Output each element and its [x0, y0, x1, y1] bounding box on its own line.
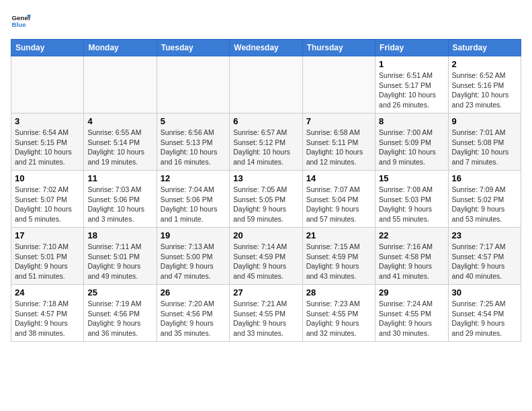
- day-cell: 13Sunrise: 7:05 AM Sunset: 5:05 PM Dayli…: [230, 171, 302, 228]
- day-cell: 23Sunrise: 7:17 AM Sunset: 4:57 PM Dayli…: [448, 228, 521, 285]
- day-info: Sunrise: 6:56 AM Sunset: 5:13 PM Dayligh…: [161, 128, 226, 167]
- day-cell: 27Sunrise: 7:21 AM Sunset: 4:55 PM Dayli…: [230, 285, 302, 342]
- day-number: 26: [161, 287, 226, 298]
- day-info: Sunrise: 7:09 AM Sunset: 5:02 PM Dayligh…: [452, 185, 517, 224]
- day-cell: 3Sunrise: 6:54 AM Sunset: 5:15 PM Daylig…: [11, 113, 84, 171]
- day-info: Sunrise: 7:11 AM Sunset: 5:01 PM Dayligh…: [87, 242, 152, 281]
- day-info: Sunrise: 6:51 AM Sunset: 5:17 PM Dayligh…: [379, 71, 444, 110]
- day-cell: [84, 56, 157, 113]
- day-cell: 30Sunrise: 7:25 AM Sunset: 4:54 PM Dayli…: [448, 285, 521, 342]
- day-cell: [302, 56, 375, 113]
- day-info: Sunrise: 7:02 AM Sunset: 5:07 PM Dayligh…: [15, 185, 80, 224]
- day-number: 11: [87, 173, 152, 183]
- logo-icon: General Blue: [11, 11, 31, 31]
- day-info: Sunrise: 7:19 AM Sunset: 4:56 PM Dayligh…: [87, 299, 152, 338]
- day-info: Sunrise: 7:04 AM Sunset: 5:06 PM Dayligh…: [161, 185, 226, 224]
- day-number: 27: [233, 287, 298, 298]
- day-info: Sunrise: 7:24 AM Sunset: 4:55 PM Dayligh…: [379, 299, 444, 338]
- weekday-header-tuesday: Tuesday: [157, 40, 229, 56]
- day-number: 19: [161, 230, 226, 240]
- day-info: Sunrise: 7:18 AM Sunset: 4:57 PM Dayligh…: [15, 299, 80, 338]
- day-info: Sunrise: 7:21 AM Sunset: 4:55 PM Dayligh…: [233, 299, 298, 338]
- day-number: 5: [161, 116, 226, 126]
- day-number: 6: [233, 116, 298, 126]
- day-cell: 2Sunrise: 6:52 AM Sunset: 5:16 PM Daylig…: [448, 56, 521, 113]
- calendar: SundayMondayTuesdayWednesdayThursdayFrid…: [11, 39, 521, 342]
- day-number: 7: [306, 116, 371, 126]
- day-number: 17: [15, 230, 80, 240]
- day-cell: 22Sunrise: 7:16 AM Sunset: 4:58 PM Dayli…: [375, 228, 448, 285]
- logo: General Blue: [11, 11, 31, 31]
- day-number: 9: [452, 116, 517, 126]
- weekday-header-saturday: Saturday: [448, 40, 521, 56]
- day-info: Sunrise: 7:10 AM Sunset: 5:01 PM Dayligh…: [15, 242, 80, 281]
- weekday-header-wednesday: Wednesday: [230, 40, 302, 56]
- day-number: 23: [452, 230, 517, 240]
- weekday-header-thursday: Thursday: [302, 40, 375, 56]
- day-info: Sunrise: 7:20 AM Sunset: 4:56 PM Dayligh…: [161, 299, 226, 338]
- day-info: Sunrise: 7:13 AM Sunset: 5:00 PM Dayligh…: [161, 242, 226, 281]
- weekday-header-sunday: Sunday: [11, 40, 84, 56]
- day-number: 21: [306, 230, 371, 240]
- day-info: Sunrise: 7:17 AM Sunset: 4:57 PM Dayligh…: [452, 242, 517, 281]
- day-info: Sunrise: 6:57 AM Sunset: 5:12 PM Dayligh…: [233, 128, 298, 167]
- day-number: 13: [233, 173, 298, 183]
- day-cell: [11, 56, 84, 113]
- day-info: Sunrise: 6:55 AM Sunset: 5:14 PM Dayligh…: [87, 128, 152, 167]
- day-info: Sunrise: 7:07 AM Sunset: 5:04 PM Dayligh…: [306, 185, 371, 224]
- day-number: 1: [379, 59, 444, 69]
- day-info: Sunrise: 6:52 AM Sunset: 5:16 PM Dayligh…: [452, 71, 517, 110]
- day-number: 3: [15, 116, 80, 126]
- day-info: Sunrise: 7:05 AM Sunset: 5:05 PM Dayligh…: [233, 185, 298, 224]
- day-info: Sunrise: 7:23 AM Sunset: 4:55 PM Dayligh…: [306, 299, 371, 338]
- week-row-1: 1Sunrise: 6:51 AM Sunset: 5:17 PM Daylig…: [11, 56, 521, 113]
- day-cell: 10Sunrise: 7:02 AM Sunset: 5:07 PM Dayli…: [11, 171, 84, 228]
- day-cell: 20Sunrise: 7:14 AM Sunset: 4:59 PM Dayli…: [230, 228, 302, 285]
- day-info: Sunrise: 7:15 AM Sunset: 4:59 PM Dayligh…: [306, 242, 371, 281]
- day-cell: [157, 56, 229, 113]
- day-number: 8: [379, 116, 444, 126]
- day-cell: 11Sunrise: 7:03 AM Sunset: 5:06 PM Dayli…: [84, 171, 157, 228]
- day-number: 25: [87, 287, 152, 298]
- day-number: 16: [452, 173, 517, 183]
- day-number: 24: [15, 287, 80, 298]
- day-cell: 6Sunrise: 6:57 AM Sunset: 5:12 PM Daylig…: [230, 113, 302, 171]
- day-number: 18: [87, 230, 152, 240]
- day-cell: 5Sunrise: 6:56 AM Sunset: 5:13 PM Daylig…: [157, 113, 229, 171]
- day-cell: 18Sunrise: 7:11 AM Sunset: 5:01 PM Dayli…: [84, 228, 157, 285]
- day-number: 20: [233, 230, 298, 240]
- day-info: Sunrise: 7:14 AM Sunset: 4:59 PM Dayligh…: [233, 242, 298, 281]
- day-cell: 14Sunrise: 7:07 AM Sunset: 5:04 PM Dayli…: [302, 171, 375, 228]
- day-info: Sunrise: 6:54 AM Sunset: 5:15 PM Dayligh…: [15, 128, 80, 167]
- week-row-3: 10Sunrise: 7:02 AM Sunset: 5:07 PM Dayli…: [11, 171, 521, 228]
- day-cell: 9Sunrise: 7:01 AM Sunset: 5:08 PM Daylig…: [448, 113, 521, 171]
- day-number: 14: [306, 173, 371, 183]
- day-info: Sunrise: 7:16 AM Sunset: 4:58 PM Dayligh…: [379, 242, 444, 281]
- day-info: Sunrise: 7:08 AM Sunset: 5:03 PM Dayligh…: [379, 185, 444, 224]
- day-cell: 28Sunrise: 7:23 AM Sunset: 4:55 PM Dayli…: [302, 285, 375, 342]
- day-cell: 29Sunrise: 7:24 AM Sunset: 4:55 PM Dayli…: [375, 285, 448, 342]
- day-cell: 21Sunrise: 7:15 AM Sunset: 4:59 PM Dayli…: [302, 228, 375, 285]
- day-number: 30: [452, 287, 517, 298]
- day-cell: 17Sunrise: 7:10 AM Sunset: 5:01 PM Dayli…: [11, 228, 84, 285]
- week-row-4: 17Sunrise: 7:10 AM Sunset: 5:01 PM Dayli…: [11, 228, 521, 285]
- day-number: 29: [379, 287, 444, 298]
- day-info: Sunrise: 7:03 AM Sunset: 5:06 PM Dayligh…: [87, 185, 152, 224]
- day-cell: 8Sunrise: 7:00 AM Sunset: 5:09 PM Daylig…: [375, 113, 448, 171]
- day-number: 12: [161, 173, 226, 183]
- svg-text:Blue: Blue: [12, 21, 27, 28]
- weekday-header-row: SundayMondayTuesdayWednesdayThursdayFrid…: [11, 40, 521, 56]
- day-cell: 16Sunrise: 7:09 AM Sunset: 5:02 PM Dayli…: [448, 171, 521, 228]
- day-number: 4: [87, 116, 152, 126]
- day-cell: 19Sunrise: 7:13 AM Sunset: 5:00 PM Dayli…: [157, 228, 229, 285]
- day-cell: 1Sunrise: 6:51 AM Sunset: 5:17 PM Daylig…: [375, 56, 448, 113]
- day-info: Sunrise: 7:01 AM Sunset: 5:08 PM Dayligh…: [452, 128, 517, 167]
- day-cell: 12Sunrise: 7:04 AM Sunset: 5:06 PM Dayli…: [157, 171, 229, 228]
- day-cell: 15Sunrise: 7:08 AM Sunset: 5:03 PM Dayli…: [375, 171, 448, 228]
- header: General Blue: [11, 11, 521, 31]
- weekday-header-friday: Friday: [375, 40, 448, 56]
- day-cell: 4Sunrise: 6:55 AM Sunset: 5:14 PM Daylig…: [84, 113, 157, 171]
- day-cell: 7Sunrise: 6:58 AM Sunset: 5:11 PM Daylig…: [302, 113, 375, 171]
- week-row-5: 24Sunrise: 7:18 AM Sunset: 4:57 PM Dayli…: [11, 285, 521, 342]
- day-number: 28: [306, 287, 371, 298]
